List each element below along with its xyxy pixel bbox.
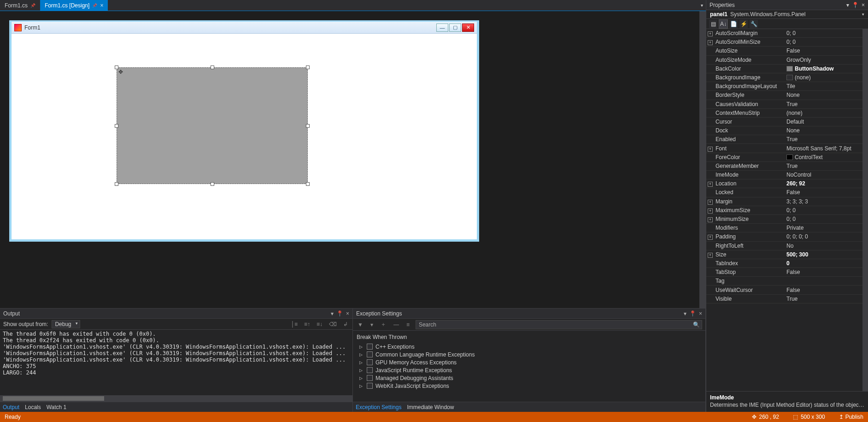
remove-icon[interactable]: — [392, 321, 400, 328]
output-source-combo[interactable]: Debug [52, 320, 80, 328]
property-row[interactable]: +Size500; 300 [706, 250, 868, 259]
property-row[interactable]: +MinimumSize0; 0 [706, 215, 868, 224]
clear-button[interactable]: ⌫ [328, 321, 338, 327]
chevron-right-icon[interactable]: ▷ [359, 376, 364, 380]
properties-vscrollbar[interactable] [862, 29, 868, 391]
property-row[interactable]: BackColorButtonShadow [706, 65, 868, 73]
exception-category[interactable]: ▷GPU Memory Access Exceptions [357, 358, 702, 366]
expand-icon[interactable]: + [708, 253, 713, 258]
property-row[interactable]: BackgroundImageLayoutTile [706, 82, 868, 91]
property-row[interactable]: VisibleTrue [706, 295, 868, 303]
property-row[interactable]: BorderStyleNone [706, 91, 868, 100]
checkbox[interactable] [367, 375, 373, 381]
property-row[interactable]: +AutoScrollMargin0; 0 [706, 29, 868, 38]
events-button[interactable]: ⚡ [739, 20, 748, 28]
exception-category[interactable]: ▷Managed Debugging Assistants [357, 374, 702, 382]
checkbox[interactable] [367, 367, 373, 373]
form-designer[interactable]: Form1 — ▢ ✕ ✥ [0, 11, 706, 308]
footer-tab-watch-1[interactable]: Watch 1 [47, 404, 67, 410]
pin-icon[interactable]: 📍 [689, 310, 696, 317]
expand-icon[interactable]: + [708, 40, 713, 45]
property-row[interactable]: TabIndex0 [706, 259, 868, 268]
property-row[interactable]: +MaximumSize0; 0 [706, 206, 868, 215]
property-row[interactable]: LockedFalse [706, 188, 868, 197]
chevron-right-icon[interactable]: ▷ [359, 352, 364, 357]
property-row[interactable]: ForeColorControlText [706, 153, 868, 162]
property-row[interactable]: TabStopFalse [706, 268, 868, 277]
property-row[interactable]: AutoSizeFalse [706, 47, 868, 55]
resize-handle-ne[interactable] [306, 65, 310, 69]
close-icon[interactable]: × [699, 310, 702, 317]
properties-button[interactable]: 📄 [729, 20, 738, 28]
close-icon[interactable]: × [100, 2, 103, 9]
expand-icon[interactable]: + [708, 217, 713, 222]
footer-tab-output[interactable]: Output [3, 404, 19, 410]
checkbox[interactable] [367, 344, 373, 350]
prev-button[interactable]: ≡↑ [303, 321, 311, 327]
close-button[interactable]: ✕ [462, 24, 474, 32]
maximize-button[interactable]: ▢ [449, 24, 461, 32]
next-button[interactable]: ≡↓ [315, 321, 324, 327]
property-row[interactable]: ImeModeNoControl [706, 171, 868, 179]
property-row[interactable]: Tag [706, 277, 868, 285]
add-icon[interactable]: ＋ [379, 321, 387, 328]
pin-icon[interactable]: 📍 [852, 2, 859, 8]
property-row[interactable]: CursorDefault [706, 118, 868, 126]
move-icon[interactable]: ✥ [118, 69, 123, 75]
expand-icon[interactable]: + [708, 147, 713, 152]
footer-tab-immediate-window[interactable]: Immediate Window [407, 404, 454, 410]
window-position-icon[interactable]: ▾ [846, 2, 849, 8]
resize-handle-sw[interactable] [115, 182, 118, 186]
filter-icon[interactable]: ▼ [356, 321, 364, 328]
property-row[interactable]: ContextMenuStrip(none) [706, 109, 868, 118]
property-row[interactable]: +Location260; 92 [706, 179, 868, 188]
resize-handle-s[interactable] [211, 182, 214, 186]
publish-button[interactable]: ↥ Publish [839, 414, 863, 420]
resize-handle-se[interactable] [306, 182, 310, 186]
alphabetical-button[interactable]: A↓ [719, 20, 727, 28]
form-client-area[interactable]: ✥ [12, 35, 477, 239]
checkbox[interactable] [367, 359, 373, 365]
tab-form1-design[interactable]: Form1.cs [Design] 📌 × [40, 0, 108, 11]
exception-search-input[interactable]: Search 🔍 [416, 320, 702, 329]
exception-category[interactable]: ▷WebKit JavaScript Exceptions [357, 382, 702, 390]
property-object-selector[interactable]: panel1 System.Windows.Forms.Panel ▾ [706, 10, 868, 19]
tab-overflow-chevron[interactable]: ▾ [701, 3, 703, 8]
property-row[interactable]: EnabledTrue [706, 135, 868, 144]
output-text[interactable]: The thread 0x6f0 has exited with code 0 … [0, 330, 352, 395]
checkbox[interactable] [367, 383, 373, 389]
chevron-right-icon[interactable]: ▷ [359, 345, 364, 349]
exception-category[interactable]: ▷JavaScript Runtime Exceptions [357, 366, 702, 374]
property-row[interactable]: DockNone [706, 126, 868, 135]
close-icon[interactable]: × [862, 2, 865, 8]
expand-icon[interactable]: + [708, 182, 713, 187]
footer-tab-exception-settings[interactable]: Exception Settings [356, 404, 401, 410]
wrap-button[interactable]: ↲ [342, 321, 349, 327]
categorized-button[interactable]: ▤ [709, 20, 717, 28]
window-position-icon[interactable]: ▾ [684, 310, 686, 317]
property-row[interactable]: CausesValidationTrue [706, 100, 868, 109]
checkbox[interactable] [367, 351, 373, 357]
property-row[interactable]: UseWaitCursorFalse [706, 285, 868, 294]
design-form-window[interactable]: Form1 — ▢ ✕ ✥ [9, 20, 479, 242]
expand-icon[interactable]: + [708, 31, 713, 36]
list-icon[interactable]: ≡ [405, 321, 411, 328]
selected-panel-control[interactable]: ✥ [117, 67, 308, 184]
tab-form1-code[interactable]: Form1.cs 📌 [0, 0, 40, 11]
expand-icon[interactable]: + [708, 235, 713, 240]
property-row[interactable]: RightToLeftNo [706, 242, 868, 250]
resize-handle-w[interactable] [115, 124, 118, 128]
resize-handle-e[interactable] [306, 124, 310, 128]
output-hscrollbar[interactable] [0, 395, 352, 402]
property-row[interactable]: AutoSizeModeGrowOnly [706, 56, 868, 65]
property-pages-button[interactable]: 🔧 [750, 20, 758, 28]
property-row[interactable]: BackgroundImage(none) [706, 73, 868, 82]
pin-icon[interactable]: 📍 [336, 310, 343, 317]
exception-category[interactable]: ▷Common Language Runtime Exceptions [357, 351, 702, 358]
property-grid[interactable]: +AutoScrollMargin0; 0+AutoScrollMinSize0… [706, 29, 868, 391]
minimize-button[interactable]: — [436, 24, 448, 32]
property-row[interactable]: +Margin3; 3; 3; 3 [706, 197, 868, 206]
designer-vscrollbar[interactable] [699, 11, 706, 308]
expand-icon[interactable]: + [708, 200, 713, 205]
chevron-right-icon[interactable]: ▷ [359, 360, 364, 365]
